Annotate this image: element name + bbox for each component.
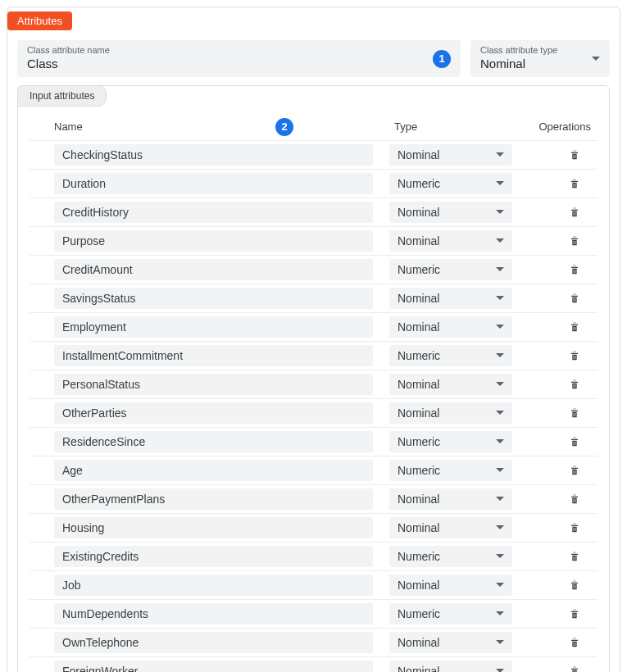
delete-button[interactable] <box>568 263 581 276</box>
attr-name-input[interactable]: CreditHistory <box>54 202 373 223</box>
delete-button[interactable] <box>568 521 581 534</box>
attr-name-input[interactable]: PersonalStatus <box>54 374 373 395</box>
table-row: ResidenceSince Numeric <box>30 427 597 456</box>
attr-type-select[interactable]: Numeric <box>389 546 512 567</box>
chevron-down-icon <box>496 464 504 477</box>
class-attr-name-value: Class <box>27 57 451 70</box>
delete-button[interactable] <box>568 406 581 420</box>
attr-type-select[interactable]: Nominal <box>389 488 512 510</box>
attr-type-select[interactable]: Nominal <box>389 517 512 538</box>
table-row: Job Nominal <box>30 570 597 600</box>
attr-operations <box>512 550 591 563</box>
attr-name-input[interactable]: Job <box>54 574 373 596</box>
chevron-down-icon <box>496 636 504 649</box>
attr-name-input[interactable]: SavingsStatus <box>54 288 373 309</box>
table-row: ForeignWorker Nominal <box>30 656 597 672</box>
attr-type-select[interactable]: Numeric <box>389 431 512 452</box>
column-header-type: Type <box>394 120 525 133</box>
attr-type-select[interactable]: Nominal <box>389 574 512 596</box>
chevron-down-icon <box>496 349 504 362</box>
attributes-panel: Attributes Class attribute name Class 1 … <box>7 7 620 672</box>
delete-button[interactable] <box>568 579 581 592</box>
delete-button[interactable] <box>568 636 581 649</box>
trash-icon <box>568 493 581 506</box>
attr-name-input[interactable]: Duration <box>54 173 373 194</box>
attr-name-input[interactable]: ResidenceSince <box>54 431 373 452</box>
delete-button[interactable] <box>568 292 581 305</box>
class-attr-name-field[interactable]: Class attribute name Class 1 <box>17 40 461 77</box>
trash-icon <box>568 349 581 362</box>
delete-button[interactable] <box>568 206 581 219</box>
table-row: OwnTelephone Nominal <box>30 628 597 657</box>
attr-name-input[interactable]: OtherParties <box>54 402 373 424</box>
attr-name-input[interactable]: Age <box>54 460 373 481</box>
delete-button[interactable] <box>568 148 581 161</box>
attr-type-select[interactable]: Nominal <box>389 144 512 166</box>
attr-operations <box>512 206 591 219</box>
table-row: Housing Nominal <box>30 513 597 543</box>
attr-operations <box>512 378 591 391</box>
attr-name-input[interactable]: InstallmentCommitment <box>54 345 373 366</box>
chevron-down-icon <box>496 177 504 190</box>
chevron-down-icon <box>496 263 504 276</box>
attr-name-input[interactable]: CreditAmount <box>54 259 373 280</box>
attr-operations <box>512 579 591 592</box>
attr-name-input[interactable]: Housing <box>54 517 373 538</box>
chevron-down-icon <box>496 378 504 391</box>
attr-name-input[interactable]: OwnTelephone <box>54 632 373 653</box>
trash-icon <box>568 636 581 649</box>
class-attribute-row: Class attribute name Class 1 Class attri… <box>17 40 610 77</box>
class-attr-name-label: Class attribute name <box>27 45 451 55</box>
trash-icon <box>568 579 581 592</box>
attr-type-select[interactable]: Numeric <box>389 603 512 624</box>
delete-button[interactable] <box>568 607 581 620</box>
delete-button[interactable] <box>568 464 581 477</box>
table-row: Duration Numeric <box>30 169 597 198</box>
attr-type-select[interactable]: Nominal <box>389 374 512 395</box>
delete-button[interactable] <box>568 550 581 563</box>
attr-name-input[interactable]: ForeignWorker <box>54 661 373 672</box>
attr-type-select[interactable]: Nominal <box>389 316 512 338</box>
tab-input-attributes[interactable]: Input attributes <box>17 85 107 107</box>
attr-name-input[interactable]: NumDependents <box>54 603 373 624</box>
delete-button[interactable] <box>568 493 581 506</box>
trash-icon <box>568 406 581 420</box>
attr-type-select[interactable]: Nominal <box>389 402 512 424</box>
attr-name-input[interactable]: Employment <box>54 316 373 338</box>
trash-icon <box>568 206 581 219</box>
delete-button[interactable] <box>568 177 581 190</box>
delete-button[interactable] <box>568 349 581 362</box>
class-attr-type-label: Class attribute type <box>480 45 600 55</box>
attr-operations <box>512 435 591 448</box>
attr-type-select[interactable]: Nominal <box>389 288 512 309</box>
attr-operations <box>512 493 591 506</box>
chevron-down-icon <box>496 493 504 506</box>
delete-button[interactable] <box>568 435 581 448</box>
class-attr-type-field[interactable]: Class attribute type Nominal <box>470 40 610 77</box>
attr-type-select[interactable]: Numeric <box>389 173 512 194</box>
attr-type-select[interactable]: Nominal <box>389 632 512 653</box>
delete-button[interactable] <box>568 234 581 247</box>
trash-icon <box>568 464 581 477</box>
delete-button[interactable] <box>568 320 581 334</box>
attr-type-select[interactable]: Numeric <box>389 345 512 366</box>
attr-type-select[interactable]: Numeric <box>389 259 512 280</box>
trash-icon <box>568 378 581 391</box>
attr-operations <box>512 263 591 276</box>
delete-button[interactable] <box>568 665 581 672</box>
attr-name-input[interactable]: CheckingStatus <box>54 144 373 166</box>
attr-type-select[interactable]: Nominal <box>389 230 512 252</box>
attr-type-select[interactable]: Nominal <box>389 202 512 223</box>
attr-type-select[interactable]: Numeric <box>389 460 512 481</box>
chevron-down-icon <box>496 607 504 620</box>
trash-icon <box>568 665 581 672</box>
attr-type-select[interactable]: Nominal <box>389 661 512 672</box>
attr-name-input[interactable]: Purpose <box>54 230 373 252</box>
class-attr-type-value: Nominal <box>480 57 600 70</box>
delete-button[interactable] <box>568 378 581 391</box>
attr-operations <box>512 636 591 649</box>
attribute-rows: CheckingStatus Nominal Duration Numeric <box>30 140 597 672</box>
attr-operations <box>512 464 591 477</box>
attr-name-input[interactable]: OtherPaymentPlans <box>54 488 373 510</box>
attr-name-input[interactable]: ExistingCredits <box>54 546 373 567</box>
